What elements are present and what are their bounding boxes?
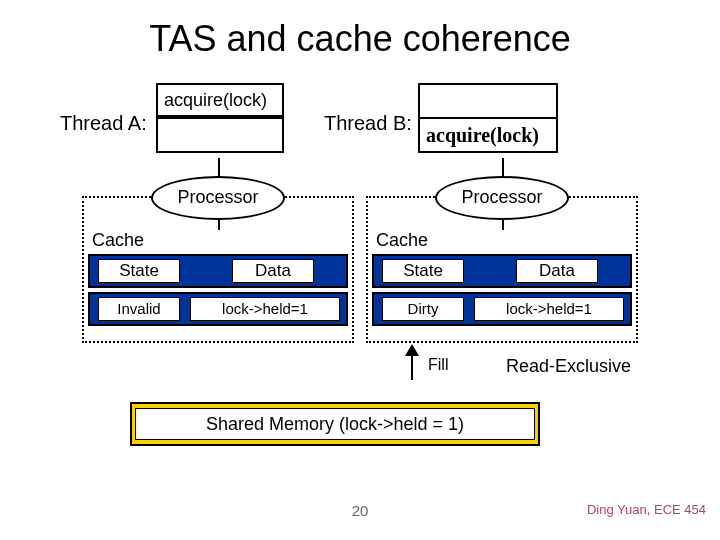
cache-b-data-value: lock->held=1 (474, 297, 624, 321)
thread-b-label: Thread B: (324, 112, 412, 135)
processor-b-oval: Processor (435, 176, 569, 220)
shared-memory-label: Shared Memory (lock->held = 1) (135, 408, 535, 440)
cache-a-data-header: Data (232, 259, 314, 283)
proc-b-stem (502, 158, 504, 178)
fill-arrow-icon (406, 344, 420, 380)
read-exclusive-label: Read-Exclusive (506, 356, 631, 377)
cache-b-label: Cache (376, 230, 428, 251)
cache-a-data-value: lock->held=1 (190, 297, 340, 321)
cache-a-state-header: State (98, 259, 180, 283)
cache-a-label: Cache (92, 230, 144, 251)
cache-b-data-header: Data (516, 259, 598, 283)
thread-a-empty-box-1 (156, 117, 284, 153)
cache-b-container: Processor Cache State Data Dirty lock->h… (366, 196, 638, 343)
proc-a-stem (218, 158, 220, 178)
cache-a-state-value: Invalid (98, 297, 180, 321)
processor-a-oval: Processor (151, 176, 285, 220)
cache-b-state-value: Dirty (382, 297, 464, 321)
thread-b-call-text: acquire(lock) (426, 124, 539, 146)
footer-credit: Ding Yuan, ECE 454 (587, 502, 706, 517)
thread-a-label: Thread A: (60, 112, 147, 135)
cache-a-container: Processor Cache State Data Invalid lock-… (82, 196, 354, 343)
thread-a-call-text: acquire(lock) (164, 90, 267, 110)
slide-title: TAS and cache coherence (0, 18, 720, 60)
thread-b-call-box: acquire(lock) (418, 117, 558, 153)
thread-a-call-box: acquire(lock) (156, 83, 284, 117)
thread-b-empty-box-1 (418, 83, 558, 119)
cache-b-state-header: State (382, 259, 464, 283)
fill-label: Fill (428, 356, 448, 374)
